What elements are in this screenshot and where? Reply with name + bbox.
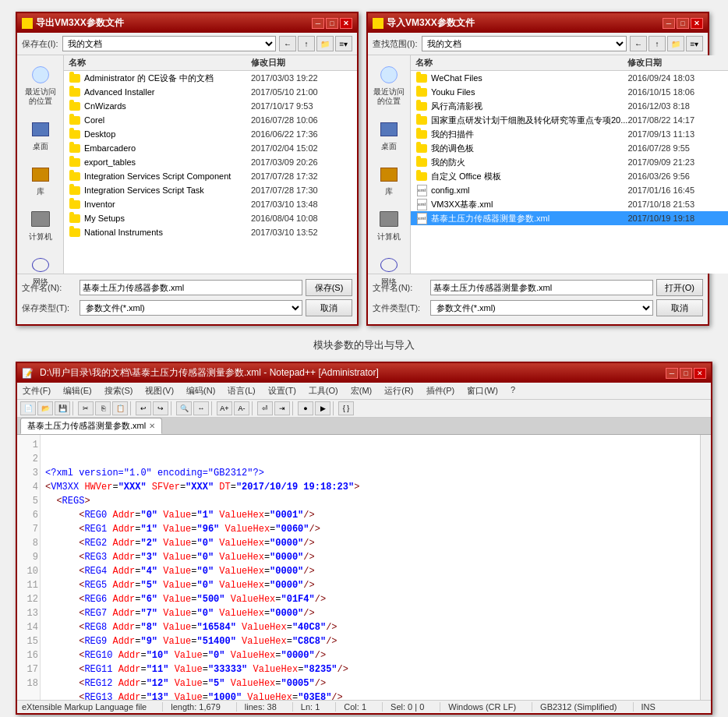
menu-item[interactable]: 编辑(E) (61, 384, 94, 397)
list-item[interactable]: export_tables2017/03/09 20:26 (64, 155, 357, 169)
list-item[interactable]: 我的调色板2016/07/28 9:55 (411, 141, 728, 155)
save-button[interactable]: 保存(S) (306, 279, 352, 296)
desktop-nav-item[interactable]: 桌面 (19, 116, 62, 154)
file-date: 2017/01/16 16:45 (627, 185, 728, 195)
folder-icon (69, 198, 81, 210)
notepad-minimize-btn[interactable]: ─ (666, 368, 678, 379)
maximize-btn[interactable]: □ (326, 18, 338, 29)
recent-nav-item[interactable]: 最近访问的位置 (368, 62, 410, 108)
list-item[interactable]: Integration Services Script Component201… (64, 169, 357, 183)
import-file-list[interactable]: WeChat Files2016/09/24 18:03Youku Files2… (411, 71, 728, 274)
up-btn[interactable]: ↑ (298, 36, 315, 51)
list-item[interactable]: Advanced Installer2017/05/10 21:00 (64, 85, 357, 99)
open-button[interactable]: 打开(O) (656, 279, 703, 296)
menu-item[interactable]: 搜索(S) (102, 384, 136, 397)
undo-btn[interactable]: ↩ (136, 401, 151, 415)
menu-item[interactable]: 视图(V) (143, 384, 176, 397)
menu-item[interactable]: 设置(T) (266, 384, 299, 397)
menu-item[interactable]: 插件(P) (424, 384, 458, 397)
up-btn[interactable]: ↑ (648, 36, 666, 51)
paste-btn[interactable]: 📋 (112, 401, 128, 415)
menu-item[interactable]: 运行(R) (382, 384, 415, 397)
library-nav-item[interactable]: 库 (368, 161, 410, 199)
close-btn[interactable]: ✕ (691, 18, 703, 29)
list-item[interactable]: Inventor2017/03/10 13:48 (64, 197, 357, 211)
notepad-close-btn[interactable]: ✕ (694, 368, 706, 379)
desktop-nav-item[interactable]: 桌面 (368, 116, 410, 154)
notepad-window: 📝 D:\用户目录\我的文档\基泰土压力传感器测量参数.xml - Notepa… (16, 362, 712, 715)
file-name: Integration Services Script Task (84, 185, 251, 195)
close-btn[interactable]: ✕ (340, 18, 352, 29)
view-btn[interactable]: ≡▾ (686, 36, 703, 51)
minimize-btn[interactable]: ─ (663, 18, 675, 29)
wrap-btn[interactable]: ⏎ (257, 401, 273, 415)
computer-nav-item[interactable]: 计算机 (368, 207, 410, 244)
look-folder-select[interactable]: 我的文档 (422, 36, 627, 51)
cancel-button[interactable]: 取消 (656, 299, 703, 316)
list-item[interactable]: 国家重点研发计划干细胞及转化研究等重点专项20...2017/08/22 14:… (411, 113, 728, 127)
folder-icon (69, 226, 81, 238)
indent-btn[interactable]: ⇥ (274, 401, 290, 415)
list-item[interactable]: xmlVM3XX基泰.xml2017/10/18 21:53 (411, 197, 728, 211)
copy-btn[interactable]: ⎘ (95, 401, 111, 415)
menu-item[interactable]: 窗口(W) (465, 384, 500, 397)
cancel-button[interactable]: 取消 (306, 299, 352, 316)
list-item[interactable]: Corel2016/07/28 10:06 (64, 113, 357, 127)
view-btn[interactable]: ≡▾ (335, 36, 352, 51)
list-item[interactable]: Youku Files2016/10/15 18:06 (411, 85, 728, 99)
back-btn[interactable]: ← (279, 36, 296, 51)
list-item[interactable]: Integration Services Script Task2017/07/… (64, 183, 357, 197)
list-item[interactable]: 我的扫描件2017/09/13 11:13 (411, 127, 728, 141)
code-content[interactable]: <?xml version="1.0" encoding="GB2312"?><… (41, 435, 700, 700)
menu-item[interactable]: 宏(M) (348, 384, 375, 397)
computer-nav-item[interactable]: 计算机 (19, 207, 62, 244)
menu-item[interactable]: 语言(L) (225, 384, 257, 397)
list-item[interactable]: xml基泰土压力传感器测量参数.xml2017/10/19 19:18 (411, 211, 728, 225)
list-item[interactable]: My Setups2016/08/04 10:08 (64, 211, 357, 225)
new-btn[interactable]: 📄 (20, 401, 36, 415)
export-file-list[interactable]: Administrator 的 CE设备 中的文档2017/03/03 19:2… (64, 71, 357, 274)
filetype-select[interactable]: 参数文件(*.xml) (80, 300, 302, 316)
list-item[interactable]: National Instruments2017/03/10 13:52 (64, 225, 357, 239)
new-folder-btn[interactable]: 📁 (667, 36, 684, 51)
list-item[interactable]: WeChat Files2016/09/24 18:03 (411, 71, 728, 85)
notepad-maximize-btn[interactable]: □ (680, 368, 692, 379)
folder-select[interactable]: 我的文档 (62, 36, 276, 51)
library-nav-item[interactable]: 库 (19, 161, 62, 199)
filename-input[interactable] (80, 280, 302, 295)
macro-btn[interactable]: ● (298, 401, 313, 415)
save-file-btn[interactable]: 💾 (55, 401, 70, 415)
syntax-btn[interactable]: { } (338, 401, 354, 415)
list-item[interactable]: 自定义 Office 模板2016/03/26 9:56 (411, 169, 728, 183)
run-macro-btn[interactable]: ▶ (315, 401, 330, 415)
replace-btn[interactable]: ↔ (193, 401, 209, 415)
list-item[interactable]: xmlconfig.xml2017/01/16 16:45 (411, 183, 728, 197)
filename-input[interactable] (430, 280, 653, 295)
menu-item[interactable]: ? (508, 384, 518, 397)
list-item[interactable]: Administrator 的 CE设备 中的文档2017/03/03 19:2… (64, 71, 357, 85)
redo-btn[interactable]: ↪ (153, 401, 168, 415)
tab-close-icon[interactable]: ✕ (149, 422, 155, 430)
list-item[interactable]: Desktop2016/06/22 17:36 (64, 127, 357, 141)
filetype-select[interactable]: 参数文件(*.xml) (430, 300, 653, 316)
list-item[interactable]: Embarcadero2017/02/04 15:02 (64, 141, 357, 155)
recent-nav-item[interactable]: 最近访问的位置 (19, 62, 62, 108)
back-btn[interactable]: ← (630, 36, 647, 51)
file-date: 2017/02/04 15:02 (251, 143, 352, 153)
list-item[interactable]: 风行高清影视2016/12/03 8:18 (411, 99, 728, 113)
list-item[interactable]: CnWizards2017/10/17 9:53 (64, 99, 357, 113)
scrollbar[interactable] (700, 435, 711, 700)
search-btn[interactable]: 🔍 (176, 401, 192, 415)
menu-item[interactable]: 编码(N) (184, 384, 217, 397)
open-file-btn[interactable]: 📂 (37, 401, 53, 415)
zoom-in-btn[interactable]: A+ (217, 401, 232, 415)
list-item[interactable]: 我的防火2017/09/09 21:23 (411, 155, 728, 169)
minimize-btn[interactable]: ─ (312, 18, 324, 29)
new-folder-btn[interactable]: 📁 (316, 36, 334, 51)
active-tab[interactable]: 基泰土压力传感器测量参数.xml ✕ (20, 418, 162, 434)
zoom-out-btn[interactable]: A- (234, 401, 249, 415)
menu-item[interactable]: 文件(F) (20, 384, 53, 397)
cut-btn[interactable]: ✂ (78, 401, 94, 415)
maximize-btn[interactable]: □ (677, 18, 689, 29)
menu-item[interactable]: 工具(O) (306, 384, 341, 397)
